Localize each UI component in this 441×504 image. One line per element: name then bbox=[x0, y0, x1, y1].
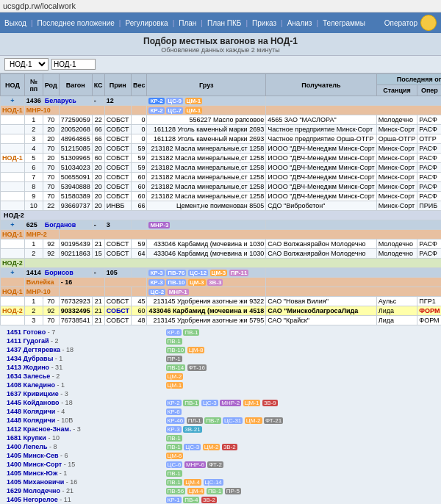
table-row: 1681 Крупки - 10 ПВ-1 bbox=[4, 433, 437, 442]
col-ks: КС bbox=[92, 74, 104, 96]
table-row: 9705158038920СОБСТ60 213182 Масла минера… bbox=[1, 192, 442, 201]
table-row: 3204896486566СОБСТ0 161128 Уголь каменны… bbox=[1, 134, 442, 144]
expand-btn2[interactable]: + bbox=[10, 221, 14, 228]
main-table-area: НОД №пп Род Вагон КС Прин Вес Груз Получ… bbox=[0, 73, 441, 325]
operator-area: Оператор bbox=[384, 15, 437, 31]
table-row: 1437 Дегтяревка - 18 ПВ-10 ЦМ-8 bbox=[4, 345, 437, 354]
table-row: 7705065509120СОБСТ60 213182 Масла минера… bbox=[1, 173, 442, 182]
nav-links: Выход | Последнее положение | Регулировк… bbox=[4, 19, 365, 27]
operator-avatar[interactable] bbox=[420, 15, 437, 31]
table-row: 1434 Дубравы - 1 ПР-1 bbox=[4, 354, 437, 363]
table-row: НОД-2 2929033249521СОБСТ60 433046 Карбам… bbox=[1, 306, 442, 316]
table-row: 3707673854121СОБСТ48 213145 Удобрения аз… bbox=[1, 316, 442, 325]
top-nav: Выход | Последнее положение | Регулировк… bbox=[0, 12, 441, 33]
expand-btn3[interactable]: + bbox=[10, 269, 14, 276]
table-row: + 625 Богданов -3 МНР-3 bbox=[1, 220, 442, 230]
table-row: НОД-1 МНР-10 КР-2 ЦС-7 ЦМ-1 bbox=[1, 106, 442, 115]
col-ves: Вес bbox=[132, 74, 147, 96]
table-row: 1405 Минск-Сев - 6 ЦМ-6 bbox=[4, 451, 437, 460]
col-gruz: Груз bbox=[147, 74, 266, 96]
table-row: 1929019543921СОБСТ59 433046 Карбамид (мо… bbox=[1, 240, 442, 249]
address-text: ucsgdp.rw/localwork bbox=[3, 1, 76, 10]
table-row: 1412 Красное-Знам. - 3 КР-3 3В-21 bbox=[4, 425, 437, 433]
table-row: НОД-2 bbox=[1, 259, 442, 268]
table-row: 10229366973720ИНВБ66 Цемент,не поименова… bbox=[1, 201, 442, 211]
table-row: + 1436 Беларусь - 12 КР-2 ЦС-9 ЦМ-1 bbox=[1, 96, 442, 106]
nav-last-pos[interactable]: Последнее положение bbox=[37, 19, 115, 27]
table-row: НОД-1 МНР-2 bbox=[1, 230, 442, 240]
table-row: Вилейка - 16 КР-3 ПВ-10 ЦМ-3 3В-3 bbox=[1, 278, 442, 287]
table-row: 1634 Залесье - 2 ЦМ-2 bbox=[4, 372, 437, 381]
table-row: 1451 Готово - 7 КР-6 ПВ-1 bbox=[4, 328, 437, 336]
table-row: НОД-1 5205130996560СОБСТ59 213182 Масла … bbox=[1, 154, 442, 163]
operator-label: Оператор bbox=[384, 19, 417, 27]
page-subtitle: Обновление данных каждые 2 минуты bbox=[1, 46, 440, 54]
nav-regulation[interactable]: Регулировка bbox=[125, 19, 168, 27]
table-row: + 1414 Борисов -105 КР-3 ПВ-76 ЦС-12 ЦМ-… bbox=[1, 268, 442, 278]
table-row: 4705121508520СОБСТ59 213182 Масла минера… bbox=[1, 144, 442, 154]
nav-plan-pkb[interactable]: План ПКБ bbox=[207, 19, 241, 27]
address-bar: ucsgdp.rw/localwork bbox=[0, 0, 441, 12]
filter-bar: НОД-1 bbox=[0, 56, 441, 73]
table-row: 1637 Кривицкие - 3 bbox=[4, 389, 437, 398]
col-nod: НОД bbox=[1, 74, 25, 96]
table-row: НОД-2 bbox=[1, 211, 442, 220]
nav-prikaz[interactable]: Приказ bbox=[252, 19, 276, 27]
table-row: 6705103402320СОБСТ59 213182 Масла минера… bbox=[1, 163, 442, 173]
col-wagon: Вагон bbox=[59, 74, 92, 96]
col-prin: Прин bbox=[104, 74, 131, 96]
table-row: 1405 Минск-Юж - 1 ПВ-1 bbox=[4, 469, 437, 478]
table-row: 1445 Койданово - 18 КР-2 ПВ-1 ЦС-3 МНР-2… bbox=[4, 398, 437, 407]
col-poluch: Получатель bbox=[266, 74, 377, 96]
table-row: 1400 Минск-Сорт - 15 ЦС-6 МНР-6 ФТ-2 bbox=[4, 460, 437, 469]
page-title: Подбор местных вагонов на НОД-1 bbox=[1, 36, 440, 46]
main-table: НОД №пп Род Вагон КС Прин Вес Груз Получ… bbox=[0, 73, 441, 325]
table-row: 1413 Жодино - 31 ПВ-14 ФТ-16 bbox=[4, 363, 437, 372]
table-row: 2929021186315СОБСТ64 433046 Карбамид (мо… bbox=[1, 249, 442, 259]
bottom-stations-list: 1451 Готово - 7 КР-6 ПВ-1 1411 Гудогай -… bbox=[0, 325, 441, 504]
col-num: №пп bbox=[24, 74, 43, 96]
col-last-op-header: Последняя операция с вагоном bbox=[376, 74, 441, 85]
table-row: 1408 Каледино - 1 ЦМ-1 bbox=[4, 381, 437, 389]
filter-input[interactable] bbox=[51, 59, 96, 70]
col-station: Станция bbox=[376, 85, 417, 96]
table-row: 1707725905922СОБСТ0 556227 Масло рапсово… bbox=[1, 115, 442, 125]
nav-telegrams[interactable]: Телеграммы bbox=[323, 19, 365, 27]
table-row: 1448 Колядичи - 10В КР-46 ПЛ-1 ПВ-7 ЦС-3… bbox=[4, 416, 437, 425]
table-row: 1707673292321СОБСТ45 213145 Удобрения аз… bbox=[1, 297, 442, 306]
nav-plan[interactable]: План bbox=[179, 19, 196, 27]
page-title-area: Подбор местных вагонов на НОД-1 Обновлен… bbox=[0, 33, 441, 56]
table-row: 1400 Лепель - 8 ПВ-1 ЦС-3 ЦМ-2 3В-2 bbox=[4, 442, 437, 451]
col-oper: Опер bbox=[417, 85, 441, 96]
table-row: 1411 Гудогай - 2 ПВ-1 bbox=[4, 336, 437, 345]
nav-analysis[interactable]: Анализ bbox=[287, 19, 312, 27]
stations-table: 1451 Готово - 7 КР-6 ПВ-1 1411 Гудогай -… bbox=[4, 328, 437, 504]
table-row: 1405 Михановичи - 16 ПВ-1 ЦМ-4 ЦС-14 🎄 bbox=[4, 478, 437, 486]
nav-exit[interactable]: Выход bbox=[4, 19, 26, 27]
expand-btn[interactable]: + bbox=[10, 97, 14, 104]
table-row: 2202005206866СОБСТ0 161128 Уголь каменны… bbox=[1, 125, 442, 134]
table-row: 1448 Колядичи - 4 КР-6 bbox=[4, 407, 437, 416]
table-row: 8705394088820СОБСТ60 213182 Масла минера… bbox=[1, 182, 442, 192]
nod-select[interactable]: НОД-1 bbox=[4, 58, 49, 71]
table-row: НОД-1 МНР-10 ЦС-2 МНР-1 bbox=[1, 287, 442, 297]
col-rod: Род bbox=[43, 74, 59, 96]
